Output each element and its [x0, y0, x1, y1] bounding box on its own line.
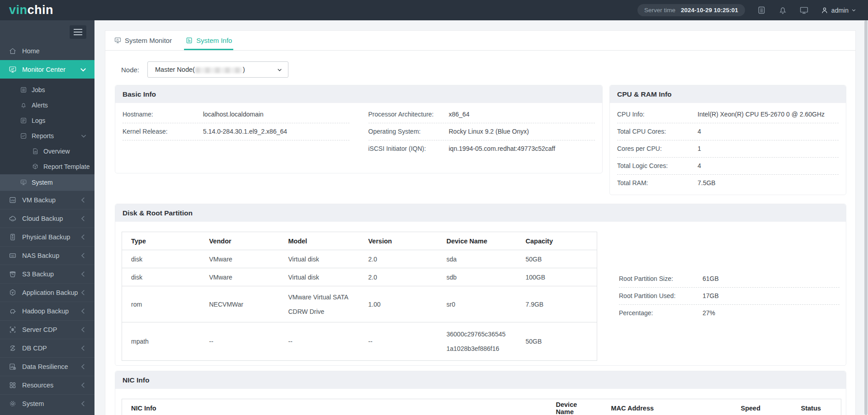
- nic-info-panel: NIC Info NIC Info Device Name MAC Addres…: [115, 371, 846, 415]
- user-name: admin: [831, 7, 849, 14]
- chevron-left-icon: [79, 400, 87, 408]
- page-scrollbar[interactable]: [862, 20, 868, 415]
- db-cdp-icon: [9, 344, 17, 352]
- chevron-left-icon: [79, 289, 87, 297]
- cpu-ram-row: Total CPU Cores: 4: [617, 123, 839, 140]
- sidebar-item-alerts[interactable]: Alerts: [0, 98, 94, 113]
- vinchin-logo: vinchin: [9, 3, 53, 17]
- cpu-ram-title: CPU & RAM Info: [610, 85, 846, 103]
- sidebar-item-logs[interactable]: Logs: [0, 113, 94, 128]
- sidebar-item-server-cdp[interactable]: Server CDP: [0, 320, 94, 339]
- root-partition-row: Root Partition Used: 17GB: [619, 288, 840, 305]
- content-card: System Monitor System Info Node: Master …: [105, 30, 856, 415]
- root-partition-row: Root Partition Size: 61GB: [619, 270, 840, 288]
- chevron-down-icon: [80, 132, 87, 140]
- sidebar-item-nas-backup[interactable]: NAS NAS Backup: [0, 246, 94, 265]
- sidebar-item-reports[interactable]: Reports: [0, 128, 94, 144]
- cpu-ram-row: Cores per CPU: 1: [617, 140, 839, 158]
- cpu-ram-panel: CPU & RAM Info CPU Info: Intel(R) Xeon(R…: [609, 85, 846, 195]
- chevron-left-icon: [79, 196, 87, 204]
- chevron-left-icon: [79, 344, 87, 352]
- data-resilience-icon: [9, 363, 17, 371]
- s3-backup-icon: [9, 270, 17, 278]
- chevron-left-icon: [79, 252, 87, 260]
- node-value-redacted: [195, 67, 242, 73]
- tab-system-info[interactable]: System Info: [185, 31, 232, 50]
- basic-info-row: Hostname: localhost.localdomain: [123, 106, 349, 123]
- monitor-icon: [114, 37, 122, 44]
- sidebar-item-home[interactable]: Home: [0, 42, 94, 60]
- chevron-left-icon: [79, 270, 87, 278]
- basic-info-title: Basic Info: [115, 85, 602, 103]
- jobs-icon: [20, 86, 27, 93]
- tab-system-monitor[interactable]: System Monitor: [114, 31, 172, 50]
- reports-icon: [20, 132, 27, 140]
- chevron-left-icon: [79, 307, 87, 315]
- system-settings-icon: [9, 400, 17, 408]
- vm-backup-icon: VM: [9, 196, 17, 204]
- sidebar: Home Monitor Center Jobs Alerts Logs Rep…: [0, 20, 94, 415]
- sidebar-item-system-current[interactable]: System: [0, 174, 94, 191]
- basic-info-panel: Basic Info Hostname: localhost.localdoma…: [115, 85, 603, 173]
- disk-table-row: disk VMware Virtual disk 2.0 sdb 100GB: [122, 268, 597, 286]
- alerts-icon: [20, 102, 27, 109]
- node-selector-row: Node: Master Node(): [121, 61, 855, 78]
- overview-icon: [32, 148, 39, 155]
- hadoop-backup-icon: [9, 307, 17, 315]
- logo-prefix: vin: [9, 3, 28, 17]
- monitor-center-icon: [9, 65, 17, 74]
- sidebar-item-application-backup[interactable]: Application Backup: [0, 283, 94, 302]
- server-time-pill: Server time 2024-10-29 10:25:01: [637, 4, 745, 16]
- node-label: Node:: [121, 66, 139, 74]
- sidebar-item-system-settings[interactable]: System: [0, 394, 94, 413]
- disk-root-partition-title: Disk & Root Partition: [115, 204, 846, 222]
- sidebar-item-s3-backup[interactable]: S3 Backup: [0, 265, 94, 283]
- disk-table-row: disk VMware Virtual disk 2.0 sda 50GB: [122, 250, 597, 268]
- document-icon: [185, 37, 193, 44]
- disk-table-row: rom NECVMWar VMware Virtual SATA CDRW Dr…: [122, 286, 597, 322]
- sidebar-item-resources[interactable]: Resources: [0, 376, 94, 394]
- sidebar-item-physical-backup[interactable]: Physical Backup: [0, 228, 94, 246]
- server-cdp-icon: [9, 326, 17, 334]
- report-template-icon: [32, 163, 39, 170]
- svg-text:NAS: NAS: [11, 255, 15, 257]
- nic-table-header-row: NIC Info Device Name MAC Address Speed S…: [122, 399, 841, 415]
- cpu-ram-row: Total Logic Cores: 4: [617, 158, 839, 175]
- node-select[interactable]: Master Node(): [147, 61, 288, 78]
- chevron-down-icon: [277, 67, 283, 73]
- disk-table-row: mpath -- -- -- 36000c29765c36545 1a1028b…: [122, 322, 597, 361]
- chevron-left-icon: [79, 326, 87, 334]
- vinchin-app: vinchin Server time 2024-10-29 10:25:01 …: [0, 0, 868, 415]
- sidebar-item-jobs[interactable]: Jobs: [0, 82, 94, 98]
- cloud-backup-icon: [9, 214, 17, 223]
- sidebar-item-monitor-center[interactable]: Monitor Center: [0, 60, 94, 79]
- scrollbar-thumb[interactable]: [864, 20, 868, 415]
- system-monitor-icon: [20, 179, 27, 186]
- sidebar-item-cloud-backup[interactable]: Cloud Backup: [0, 209, 94, 228]
- chevron-down-icon: [79, 65, 87, 74]
- server-time-label: Server time: [644, 7, 675, 14]
- sidebar-item-db-cdp[interactable]: DB CDP: [0, 339, 94, 357]
- report-log-icon[interactable]: [757, 5, 766, 15]
- application-backup-icon: [9, 289, 17, 297]
- sidebar-item-vm-backup[interactable]: VM VM Backup: [0, 191, 94, 209]
- basic-info-row: Kernel Release: 5.14.0-284.30.1.el9_2.x8…: [123, 123, 349, 140]
- sidebar-item-data-resilience[interactable]: Data Resilience: [0, 357, 94, 376]
- user-icon: [821, 6, 829, 14]
- console-monitor-icon[interactable]: [799, 5, 809, 15]
- sidebar-item-overview[interactable]: Overview: [0, 144, 94, 159]
- chevron-left-icon: [79, 233, 87, 241]
- disk-root-partition-panel: Disk & Root Partition Type Vendor Model …: [115, 204, 846, 366]
- chevron-left-icon: [79, 363, 87, 371]
- main-content: System Monitor System Info Node: Master …: [94, 20, 868, 415]
- basic-info-row: Processor Architecture: x86_64: [368, 106, 595, 123]
- chevron-left-icon: [79, 214, 87, 223]
- physical-backup-icon: [9, 233, 17, 241]
- sidebar-item-report-template[interactable]: Report Template: [0, 159, 94, 174]
- notifications-bell-icon[interactable]: [778, 5, 788, 15]
- chevron-down-icon: [851, 8, 856, 13]
- sidebar-collapse-button[interactable]: [70, 25, 86, 39]
- cpu-ram-row: CPU Info: Intel(R) Xeon(R) CPU E5-2670 0…: [617, 106, 839, 123]
- sidebar-item-hadoop-backup[interactable]: Hadoop Backup: [0, 302, 94, 320]
- user-menu[interactable]: admin: [821, 6, 856, 14]
